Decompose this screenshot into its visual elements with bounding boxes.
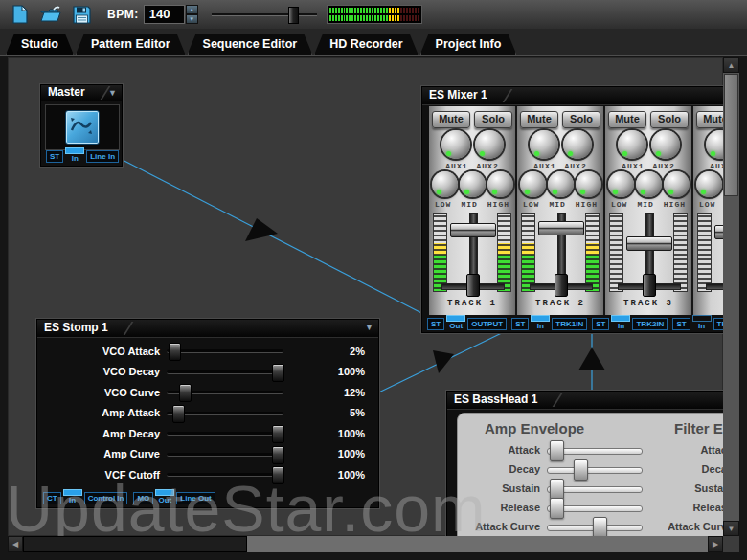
pan-handle[interactable] bbox=[643, 274, 656, 297]
param-slider-handle[interactable] bbox=[272, 446, 284, 464]
port-socket[interactable]: In bbox=[63, 489, 82, 504]
mixer-titlebar[interactable]: ES Mixer 1 ▼ bbox=[422, 87, 723, 105]
param-slider-handle[interactable] bbox=[593, 517, 607, 536]
aux1-knob[interactable] bbox=[618, 130, 646, 159]
param-slider-handle[interactable] bbox=[550, 498, 564, 519]
volume-fader-handle[interactable] bbox=[450, 223, 496, 237]
port-socket[interactable]: Out bbox=[446, 315, 465, 330]
port-name[interactable]: Line In bbox=[86, 150, 119, 163]
param-slider-handle[interactable] bbox=[272, 425, 284, 443]
collapse-button[interactable]: ▼ bbox=[365, 324, 374, 332]
open-file-button[interactable] bbox=[40, 4, 61, 25]
pan-handle[interactable] bbox=[555, 274, 568, 297]
collapse-button[interactable]: ▼ bbox=[108, 89, 117, 98]
vertical-scroll-thumb[interactable] bbox=[724, 74, 738, 196]
low-knob[interactable] bbox=[608, 171, 634, 197]
mid-knob[interactable] bbox=[460, 171, 486, 197]
studio-canvas[interactable]: Master ▼ ST In Line In ES Mixer 1 bbox=[8, 57, 723, 536]
param-slider-handle[interactable] bbox=[550, 440, 564, 461]
mute-button[interactable]: Mute bbox=[696, 111, 723, 128]
port-group[interactable]: ST In TRK1IN bbox=[511, 315, 587, 330]
pan-handle[interactable] bbox=[466, 274, 480, 297]
param-slider-handle[interactable] bbox=[574, 459, 588, 481]
tab-studio[interactable]: Studio bbox=[6, 34, 74, 55]
port-socket[interactable]: In bbox=[692, 315, 712, 330]
scroll-right-icon[interactable]: ▶ bbox=[708, 536, 723, 552]
mute-button[interactable]: Mute bbox=[608, 111, 646, 128]
scroll-down-icon[interactable]: ▼ bbox=[723, 521, 739, 536]
port-name[interactable]: TRK3IN bbox=[713, 318, 723, 330]
port-group[interactable]: CT In Control In bbox=[43, 489, 127, 504]
port-name[interactable]: TRK1IN bbox=[552, 318, 587, 330]
aux2-knob[interactable] bbox=[563, 130, 592, 159]
port-group[interactable]: MO Out Line Out bbox=[133, 489, 215, 504]
aux2-knob[interactable] bbox=[475, 130, 504, 159]
high-knob[interactable] bbox=[576, 171, 601, 197]
param-slider[interactable] bbox=[167, 364, 283, 380]
mute-button[interactable]: Mute bbox=[520, 111, 558, 128]
scroll-left-icon[interactable]: ◀ bbox=[8, 536, 23, 552]
tempo-slider-handle[interactable] bbox=[288, 7, 299, 24]
solo-button[interactable]: Solo bbox=[474, 111, 512, 128]
param-slider[interactable] bbox=[547, 517, 643, 536]
aux1-knob[interactable] bbox=[441, 130, 470, 159]
tab-sequence-editor[interactable]: Sequence Editor bbox=[188, 34, 313, 55]
param-slider[interactable] bbox=[167, 425, 283, 441]
port-group[interactable]: ST In Line In bbox=[46, 147, 119, 163]
mid-knob[interactable] bbox=[548, 171, 574, 197]
horizontal-scrollbar[interactable]: ◀ ▶ bbox=[8, 536, 723, 552]
mute-button[interactable]: Mute bbox=[432, 111, 470, 128]
stomp-titlebar[interactable]: ES Stomp 1 ▼ bbox=[37, 320, 378, 338]
bpm-spin-down-icon[interactable]: ▼ bbox=[186, 14, 198, 24]
param-slider[interactable] bbox=[167, 343, 283, 359]
aux2-knob[interactable] bbox=[651, 130, 680, 159]
tempo-slider[interactable] bbox=[212, 5, 317, 24]
port-socket[interactable]: In bbox=[531, 315, 550, 330]
port-group[interactable]: ST In TRK3IN bbox=[672, 315, 723, 330]
port-name[interactable]: Line Out bbox=[176, 492, 215, 504]
param-slider[interactable] bbox=[547, 498, 643, 517]
param-slider[interactable] bbox=[167, 384, 283, 400]
bpm-spin-up-icon[interactable]: ▲ bbox=[186, 5, 198, 14]
param-slider-handle[interactable] bbox=[172, 405, 185, 423]
low-knob[interactable] bbox=[432, 171, 458, 197]
volume-fader-handle[interactable] bbox=[714, 225, 723, 239]
volume-fader-handle[interactable] bbox=[538, 221, 584, 235]
port-socket[interactable]: In bbox=[65, 147, 84, 163]
param-slider[interactable] bbox=[167, 446, 283, 462]
param-slider[interactable] bbox=[167, 466, 283, 482]
new-file-button[interactable] bbox=[10, 4, 31, 25]
master-titlebar[interactable]: Master ▼ bbox=[41, 85, 122, 101]
aux1-knob[interactable] bbox=[530, 130, 558, 159]
save-file-button[interactable] bbox=[71, 4, 92, 25]
port-group[interactable]: ST In TRK2IN bbox=[592, 315, 668, 330]
param-slider[interactable] bbox=[547, 479, 643, 498]
bpm-value-field[interactable]: 140 bbox=[144, 5, 185, 24]
high-knob[interactable] bbox=[487, 171, 513, 197]
param-slider-handle[interactable] bbox=[272, 364, 284, 382]
port-name[interactable]: TRK2IN bbox=[632, 318, 668, 330]
low-knob[interactable] bbox=[696, 171, 722, 197]
param-slider[interactable] bbox=[547, 459, 643, 479]
port-name[interactable]: OUTPUT bbox=[467, 318, 507, 330]
param-slider-handle[interactable] bbox=[169, 343, 181, 361]
scroll-up-icon[interactable]: ▲ bbox=[723, 57, 739, 73]
volume-fader-handle[interactable] bbox=[626, 236, 672, 251]
aux1-knob[interactable] bbox=[706, 130, 723, 159]
tab-pattern-editor[interactable]: Pattern Editor bbox=[76, 34, 186, 55]
horizontal-scroll-thumb[interactable] bbox=[23, 536, 247, 552]
basshead-titlebar[interactable]: ES BassHead 1 ▼ bbox=[447, 392, 723, 410]
port-socket[interactable]: Out bbox=[155, 489, 174, 504]
tab-project-info[interactable]: Project Info bbox=[420, 34, 517, 55]
param-slider-handle[interactable] bbox=[550, 479, 564, 500]
port-name[interactable]: Control In bbox=[84, 492, 128, 504]
param-slider-handle[interactable] bbox=[179, 384, 192, 402]
solo-button[interactable]: Solo bbox=[650, 111, 689, 128]
wire-mixer-to-master[interactable] bbox=[115, 156, 433, 319]
param-slider[interactable] bbox=[547, 440, 643, 459]
master-wave-icon[interactable] bbox=[65, 110, 100, 145]
param-slider[interactable] bbox=[167, 405, 283, 421]
vertical-scrollbar[interactable]: ▲ ▼ bbox=[723, 57, 739, 536]
mid-knob[interactable] bbox=[636, 171, 662, 197]
tab-hd-recorder[interactable]: HD Recorder bbox=[314, 34, 418, 55]
